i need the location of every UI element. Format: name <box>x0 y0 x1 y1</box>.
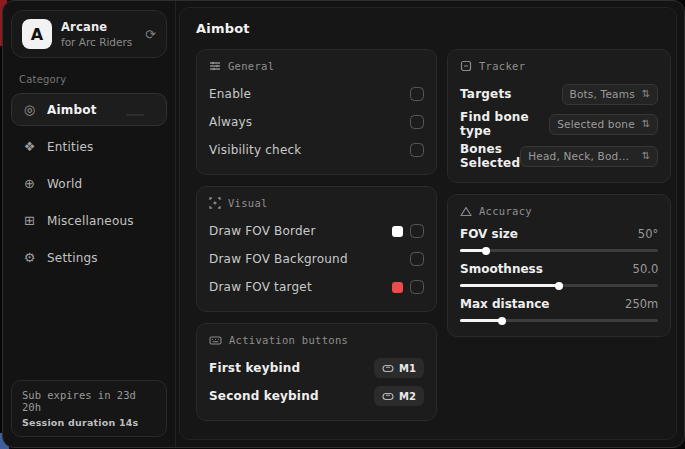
sidebar-item-world[interactable]: ⊕ World <box>11 167 167 200</box>
enable-checkbox[interactable] <box>410 87 424 101</box>
bones-selected-select[interactable]: Head, Neck, Body, Fe... ⇅ <box>520 146 658 167</box>
always-checkbox[interactable] <box>410 115 424 129</box>
crosshair-icon: ◎ <box>22 103 37 116</box>
max-distance-value: 250m <box>625 297 658 311</box>
grid-icon: ⊞ <box>22 214 37 227</box>
fov-size-slider-fill <box>460 249 486 252</box>
sidebar-item-aimbot[interactable]: ◎ Aimbot <box>11 93 167 126</box>
brand-text: Arcane for Arc Riders <box>61 20 136 48</box>
chevrons-up-down-icon: ⇅ <box>642 89 650 99</box>
always-row: Always <box>209 110 424 134</box>
visual-card: Visual Draw FOV Border Draw FOV Backgrou… <box>196 186 437 312</box>
activation-buttons-card: Activation buttons First keybind M1 Seco… <box>196 323 437 421</box>
fov-size-value: 50° <box>638 227 658 241</box>
globe-icon: ⊕ <box>22 177 37 190</box>
mouse-icon <box>382 392 394 401</box>
find-bone-type-label: Find bone type <box>460 110 549 138</box>
draw-fov-target-row: Draw FOV target <box>209 275 424 299</box>
enable-row: Enable <box>209 82 424 106</box>
activation-card-header: Activation buttons <box>209 334 424 346</box>
find-bone-type-row: Find bone type Selected bone ⇅ <box>460 110 658 138</box>
main-panel: Aimbot General Enable Alw <box>179 7 677 440</box>
sidebar-item-miscellaneous[interactable]: ⊞ Miscellaneous <box>11 204 167 237</box>
mouse-icon <box>382 364 394 373</box>
find-bone-type-value: Selected bone <box>557 118 635 130</box>
sidebar-item-entities[interactable]: ❖ Entities <box>11 130 167 163</box>
smoothness-label: Smoothness <box>460 262 543 276</box>
targets-row: Targets Bots, Teams ⇅ <box>460 82 658 106</box>
session-duration-text: Session duration 14s <box>22 417 156 428</box>
smoothness-row: Smoothness 50.0 <box>460 262 658 287</box>
visibility-check-checkbox[interactable] <box>410 143 424 157</box>
scan-icon <box>460 60 472 72</box>
draw-fov-target-checkbox[interactable] <box>410 280 424 294</box>
brand-subtitle: for Arc Riders <box>61 36 136 48</box>
tracker-card-header: Tracker <box>460 60 658 72</box>
fov-size-slider[interactable] <box>460 249 658 252</box>
draw-fov-border-row: Draw FOV Border <box>209 219 424 243</box>
fov-target-color-swatch[interactable] <box>392 282 403 293</box>
smoothness-value: 50.0 <box>633 262 659 276</box>
max-distance-slider[interactable] <box>460 319 658 322</box>
brand-header: A Arcane for Arc Riders ⟳ <box>11 10 167 58</box>
sidebar-item-label: Miscellaneous <box>47 214 134 228</box>
targets-select[interactable]: Bots, Teams ⇅ <box>562 84 659 105</box>
brand-avatar: A <box>22 19 52 49</box>
sub-expiry-text: Sub expires in 23d 20h <box>22 389 156 413</box>
second-keybind-button[interactable]: M2 <box>374 386 424 406</box>
max-distance-slider-fill <box>460 319 502 322</box>
category-label: Category <box>19 74 167 85</box>
visual-card-title: Visual <box>228 197 268 209</box>
refresh-icon[interactable]: ⟳ <box>145 28 156 41</box>
bones-selected-row: Bones Selected Head, Neck, Body, Fe... ⇅ <box>460 142 658 170</box>
general-card: General Enable Always Visibility check <box>196 49 437 175</box>
enable-label: Enable <box>209 87 251 101</box>
general-card-title: General <box>228 60 274 72</box>
left-column: General Enable Always Visibility check <box>196 49 437 421</box>
draw-fov-border-label: Draw FOV Border <box>209 224 316 238</box>
tracker-card-title: Tracker <box>479 60 525 72</box>
sidebar-item-label: Aimbot <box>47 103 97 117</box>
app-window: A Arcane for Arc Riders ⟳ Category ◎ Aim… <box>2 0 685 448</box>
tracker-card: Tracker Targets Bots, Teams ⇅ Find bone … <box>447 49 671 183</box>
fov-size-row: FOV size 50° <box>460 227 658 252</box>
gear-icon: ⚙ <box>22 251 37 264</box>
bones-selected-label: Bones Selected <box>460 142 520 170</box>
visibility-check-row: Visibility check <box>209 138 424 162</box>
draw-fov-target-label: Draw FOV target <box>209 280 312 294</box>
sidebar-item-label: Settings <box>47 251 98 265</box>
first-keybind-row: First keybind M1 <box>209 356 424 380</box>
smoothness-slider[interactable] <box>460 284 658 287</box>
general-card-header: General <box>209 60 424 72</box>
accuracy-card-header: Accuracy <box>460 205 658 217</box>
visibility-check-label: Visibility check <box>209 143 301 157</box>
draw-fov-border-checkbox[interactable] <box>410 224 424 238</box>
targets-value: Bots, Teams <box>570 88 635 100</box>
sidebar-item-label: Entities <box>47 140 94 154</box>
second-keybind-label: Second keybind <box>209 389 319 403</box>
find-bone-type-select[interactable]: Selected bone ⇅ <box>549 114 658 135</box>
first-keybind-value: M1 <box>399 363 416 374</box>
sidebar-item-settings[interactable]: ⚙ Settings <box>11 241 167 274</box>
entities-icon: ❖ <box>22 140 37 153</box>
sliders-icon <box>209 60 221 72</box>
sidebar: A Arcane for Arc Riders ⟳ Category ◎ Aim… <box>3 1 176 447</box>
smoothness-slider-fill <box>460 284 559 287</box>
triangle-icon <box>460 206 472 217</box>
accuracy-card-title: Accuracy <box>479 205 532 217</box>
draw-fov-background-checkbox[interactable] <box>410 252 424 266</box>
bones-selected-value: Head, Neck, Body, Fe... <box>528 150 635 162</box>
page-title: Aimbot <box>196 21 664 36</box>
max-distance-label: Max distance <box>460 297 549 311</box>
right-column: Tracker Targets Bots, Teams ⇅ Find bone … <box>447 49 671 337</box>
fov-border-color-swatch[interactable] <box>392 226 403 237</box>
first-keybind-label: First keybind <box>209 361 300 375</box>
targets-label: Targets <box>460 87 512 101</box>
sidebar-nav: ◎ Aimbot ❖ Entities ⊕ World ⊞ Miscellane… <box>11 93 167 274</box>
brand-title: Arcane <box>61 20 136 34</box>
aimbot-keybind-hint <box>126 114 144 116</box>
draw-fov-background-label: Draw FOV Background <box>209 252 348 266</box>
first-keybind-button[interactable]: M1 <box>374 358 424 378</box>
visual-card-header: Visual <box>209 197 424 209</box>
draw-fov-background-row: Draw FOV Background <box>209 247 424 271</box>
